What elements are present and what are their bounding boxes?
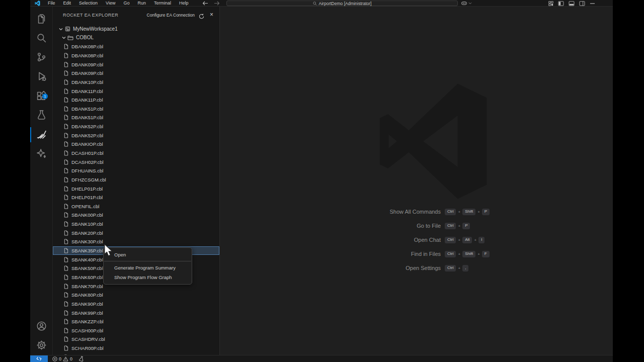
context-menu-item-open[interactable]: Open	[104, 250, 192, 259]
file-name: DBANK51P.cbl	[71, 115, 103, 120]
file-tree-item[interactable]: DCASH01P.cbl	[53, 149, 219, 158]
file-icon	[64, 248, 68, 253]
customize-layout-icon[interactable]	[548, 1, 553, 6]
context-menu-item-show-program-flow-graph[interactable]: Show Program Flow Graph	[104, 273, 192, 282]
remote-indicator[interactable]	[30, 355, 48, 362]
chevron-down-icon	[62, 36, 66, 39]
keycap: Shift	[462, 209, 475, 215]
shortcut-command-label[interactable]: Go to File	[310, 223, 441, 229]
forward-arrow-icon[interactable]	[214, 0, 220, 7]
menu-item[interactable]: Run	[133, 0, 150, 7]
file-tree-item[interactable]: DHELP01P.cbl	[53, 184, 219, 193]
shortcut-command-label[interactable]: Open Chat	[310, 237, 441, 243]
keycap: Ctrl	[445, 251, 456, 257]
file-tree-item[interactable]: DBANK10P.cbl	[53, 78, 219, 87]
file-tree-item[interactable]: SBANKZZP.cbl	[53, 317, 219, 326]
file-tree-item[interactable]: SBANK80P.cbl	[53, 291, 219, 300]
file-tree-item[interactable]: SBANK10P.cbl	[53, 220, 219, 229]
file-tree-item[interactable]: DBANKIOP.cbl	[53, 140, 219, 149]
file-tree-item[interactable]: DBANK09P.cbl	[53, 69, 219, 78]
file-tree-item[interactable]: DBANK11P.cbl	[53, 96, 219, 105]
file-tree-item[interactable]: SBANK99P.cbl	[53, 308, 219, 317]
rocket-ea-explorer-panel: ROCKET EA EXPLORER Configure EA Connecti…	[53, 7, 220, 355]
file-icon	[64, 239, 68, 244]
file-tree-item[interactable]: SCHAR00P.cbl	[53, 344, 219, 353]
file-tree-item[interactable]: SCASH00P.cbl	[53, 326, 219, 335]
menu-item[interactable]: Go	[119, 0, 133, 7]
file-tree-item[interactable]: DBANK08P.cbl	[53, 51, 219, 60]
shortcut-row: Show All Commands Ctrl+Shift+P	[310, 205, 572, 219]
workspace-tree-item[interactable]: MyNewWorkspace1	[53, 25, 219, 33]
file-tree-item[interactable]: SBANK20P.cbl	[53, 228, 219, 237]
file-icon	[64, 265, 68, 271]
file-tree-item[interactable]: OPENFIL.cbl	[53, 202, 219, 211]
copilot-icon[interactable]	[461, 1, 467, 6]
testing-icon[interactable]	[30, 108, 53, 121]
file-tree-item[interactable]: DBANK51P.cbl	[53, 104, 219, 113]
file-name: SBANK10P.cbl	[71, 221, 103, 227]
file-icon	[64, 345, 68, 351]
file-tree-item[interactable]: DBANK11P.cbl	[53, 86, 219, 96]
file-tree-item[interactable]: SBANK30P.cbl	[53, 237, 219, 246]
file-tree-item[interactable]: DHELP01P.cbl	[53, 193, 219, 202]
menu-item[interactable]: View	[102, 0, 119, 7]
shortcut-command-label[interactable]: Open Settings	[310, 265, 441, 271]
file-icon	[64, 53, 68, 58]
toggle-secondary-sidebar-icon[interactable]	[579, 1, 585, 6]
file-tree-item[interactable]: SBANK90P.cbl	[53, 300, 219, 309]
file-tree-item[interactable]: SBANK00P.cbl	[53, 211, 219, 220]
file-icon	[64, 44, 68, 49]
file-tree-item[interactable]: DBANK52P.cbl	[53, 131, 219, 140]
folder-name: COBOL	[76, 35, 94, 40]
back-arrow-icon[interactable]	[202, 0, 208, 7]
menu-item[interactable]: Edit	[59, 0, 75, 7]
command-center-search[interactable]: AirportDemo [Administrator]	[226, 1, 458, 6]
menu-item[interactable]: Selection	[75, 0, 102, 7]
menu-item[interactable]: Terminal	[150, 0, 175, 7]
file-name: SBANK40P.cbl	[71, 257, 103, 262]
context-menu-item-generate-program-summary[interactable]: Generate Program Summary	[104, 263, 192, 273]
file-tree-item[interactable]: DBANK09P.cbl	[53, 60, 219, 69]
toggle-panel-icon[interactable]	[569, 1, 575, 6]
shortcut-command-label[interactable]: Show All Commands	[310, 209, 441, 215]
rocket-ea-icon[interactable]	[30, 127, 53, 140]
chevron-down-icon[interactable]	[468, 2, 472, 5]
run-debug-icon[interactable]	[30, 69, 53, 82]
file-name: SCASHDRV.cbl	[71, 336, 105, 342]
configure-ea-connection-link[interactable]: Configure EA Connection	[147, 13, 195, 18]
file-tree-item[interactable]: DBANK52P.cbl	[53, 122, 219, 131]
source-control-icon[interactable]	[30, 50, 53, 63]
refresh-icon[interactable]	[199, 12, 204, 21]
plus-separator: +	[458, 252, 460, 256]
file-icon	[64, 284, 68, 289]
workspace-icon	[64, 26, 70, 32]
file-tree-item[interactable]: DBANK51P.cbl	[53, 113, 219, 122]
minimize-icon[interactable]	[590, 1, 595, 6]
close-icon[interactable]: ×	[210, 11, 213, 18]
keycap: Ctrl	[445, 237, 456, 243]
extensions-icon[interactable]: 1	[30, 89, 53, 102]
file-icon	[64, 70, 68, 76]
menu-item[interactable]: File	[44, 0, 59, 7]
file-tree-item[interactable]: DCASH02P.cbl	[53, 157, 219, 166]
accounts-icon[interactable]	[30, 319, 53, 332]
plus-separator: +	[458, 224, 460, 228]
extension-status[interactable]	[78, 356, 85, 361]
menu-item[interactable]: Help	[175, 0, 193, 7]
file-tree-item[interactable]: SCASHDRV.cbl	[53, 335, 219, 344]
shortcut-command-label[interactable]: Find in Files	[310, 251, 441, 257]
file-tree-item[interactable]: DBANK08P.cbl	[53, 42, 219, 51]
context-menu: Open Generate Program Summary Show Progr…	[103, 247, 192, 285]
file-name: SBANK35P.cbl	[71, 248, 103, 253]
folder-tree-item[interactable]: COBOL	[53, 33, 219, 42]
file-icon	[64, 204, 68, 209]
toggle-sidebar-icon[interactable]	[558, 1, 564, 6]
file-tree-item[interactable]: DFHZCSGM.cbl	[53, 175, 219, 185]
chat-sparkle-icon[interactable]	[30, 147, 53, 160]
search-activity-icon[interactable]	[30, 31, 53, 44]
problems-status[interactable]: 0 0	[52, 356, 72, 361]
explorer-icon[interactable]	[30, 12, 53, 25]
settings-gear-icon[interactable]	[30, 338, 53, 351]
file-name: DBANK52P.cbl	[71, 133, 103, 138]
file-tree-item[interactable]: DFHUAINS.cbl	[53, 166, 219, 175]
